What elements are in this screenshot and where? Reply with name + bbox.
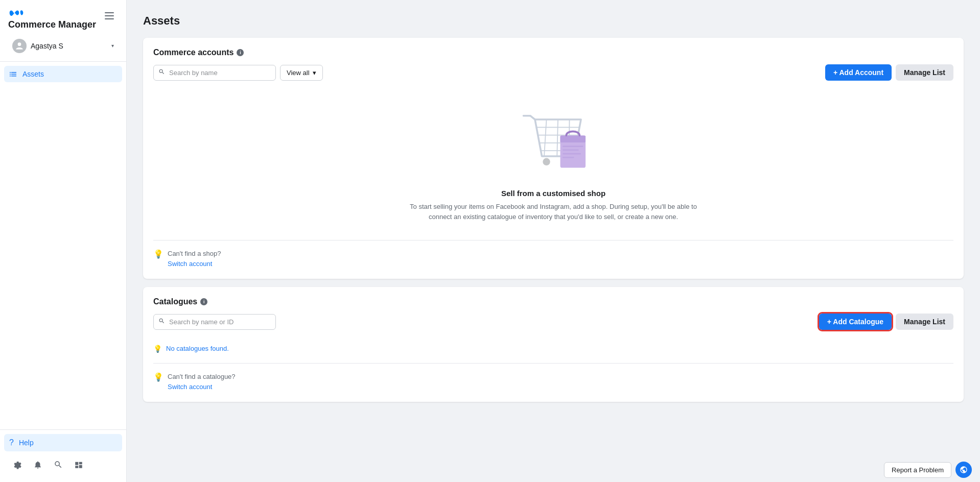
dropdown-chevron-icon: ▾: [313, 69, 316, 77]
svg-rect-23: [563, 153, 581, 155]
sidebar-item-help-label: Help: [19, 439, 34, 447]
no-catalogues-bulb-icon: 💡: [153, 345, 162, 353]
sidebar-header: Commerce Manager Agastya S ▾: [0, 0, 126, 62]
add-catalogue-button-wrapper: + Add Catalogue: [819, 314, 892, 330]
commerce-hint-row: 💡 Can't find a shop? Switch account: [153, 240, 953, 269]
sidebar-item-assets[interactable]: Assets: [4, 66, 122, 82]
hamburger-menu[interactable]: [101, 8, 118, 23]
meta-logo: [8, 8, 96, 17]
sidebar: Commerce Manager Agastya S ▾ Assets ? He…: [0, 0, 127, 482]
add-account-button[interactable]: + Add Account: [825, 64, 892, 81]
sidebar-item-help[interactable]: ? Help: [4, 434, 122, 451]
commerce-empty-state: Sell from a customised shop To start sel…: [153, 89, 953, 232]
svg-rect-24: [563, 157, 574, 158]
panels-icon-btn[interactable]: [69, 455, 88, 474]
user-name: Agastya S: [31, 42, 107, 50]
notifications-icon-btn[interactable]: [29, 455, 47, 474]
globe-button[interactable]: [955, 462, 972, 478]
view-all-dropdown[interactable]: View all ▾: [280, 65, 323, 81]
main-content: Assets Commerce accounts i View all ▾ + …: [127, 0, 980, 482]
commerce-hint-text: Can't find a shop? Switch account: [168, 249, 221, 269]
commerce-accounts-card: Commerce accounts i View all ▾ + Add Acc…: [143, 38, 964, 279]
search-icon-btn[interactable]: [49, 455, 67, 474]
catalogues-toolbar: + Add Catalogue Manage List: [153, 314, 953, 330]
catalogues-search-input[interactable]: [153, 314, 276, 330]
view-all-label: View all: [287, 69, 310, 77]
catalogues-manage-list-button[interactable]: Manage List: [896, 314, 953, 330]
svg-rect-22: [563, 150, 579, 151]
catalogues-title: Catalogues i: [153, 297, 953, 306]
add-catalogue-button[interactable]: + Add Catalogue: [819, 314, 892, 330]
commerce-accounts-toolbar: View all ▾ + Add Account Manage List: [153, 64, 953, 81]
catalogues-search-wrap: [153, 314, 276, 330]
sidebar-nav: Assets: [0, 62, 126, 429]
svg-point-0: [18, 42, 21, 46]
catalogues-bulb-icon: 💡: [153, 372, 164, 382]
catalogues-hint-row: 💡 Can't find a catalogue? Switch account: [153, 363, 953, 392]
shopping-illustration: [507, 104, 599, 181]
svg-rect-21: [563, 146, 584, 147]
bulb-icon: 💡: [153, 249, 164, 259]
report-problem-button[interactable]: Report a Problem: [884, 462, 951, 478]
svg-point-16: [543, 158, 550, 165]
no-catalogues-row: 💡 No catalogues found.: [153, 338, 953, 355]
sidebar-footer: ? Help: [0, 429, 126, 482]
catalogues-info-icon[interactable]: i: [200, 298, 207, 305]
svg-rect-4: [11, 74, 16, 75]
assets-icon: [9, 70, 17, 78]
page-title: Assets: [143, 14, 964, 28]
chevron-down-icon: ▾: [111, 43, 114, 49]
meta-logo-icon: [8, 8, 25, 17]
commerce-switch-account-link[interactable]: Switch account: [168, 259, 221, 269]
catalogues-switch-account-link[interactable]: Switch account: [168, 382, 236, 392]
commerce-accounts-info-icon[interactable]: i: [237, 49, 244, 56]
footer-icons-row: [4, 451, 122, 478]
commerce-accounts-search-input[interactable]: [153, 65, 276, 81]
catalogues-hint-text: Can't find a catalogue? Switch account: [168, 372, 236, 392]
empty-state-description: To start selling your items on Facebook …: [405, 202, 702, 222]
no-catalogues-text: No catalogues found.: [166, 345, 229, 352]
svg-rect-1: [10, 72, 11, 73]
help-icon: ?: [9, 438, 14, 447]
user-selector[interactable]: Agastya S ▾: [8, 35, 118, 57]
svg-rect-20: [561, 136, 586, 143]
commerce-accounts-search-wrap: [153, 65, 276, 81]
svg-rect-6: [11, 76, 16, 77]
app-title: Commerce Manager: [8, 19, 96, 31]
svg-rect-3: [10, 74, 11, 75]
manage-list-button[interactable]: Manage List: [896, 64, 953, 81]
catalogues-card: Catalogues i + Add Catalogue Manage List: [143, 287, 964, 402]
empty-state-title: Sell from a customised shop: [501, 189, 605, 198]
sidebar-item-assets-label: Assets: [22, 70, 44, 78]
commerce-accounts-title: Commerce accounts i: [153, 48, 953, 57]
svg-rect-5: [10, 76, 11, 77]
settings-icon-btn[interactable]: [8, 455, 27, 474]
svg-rect-2: [11, 72, 16, 73]
avatar: [12, 39, 27, 53]
